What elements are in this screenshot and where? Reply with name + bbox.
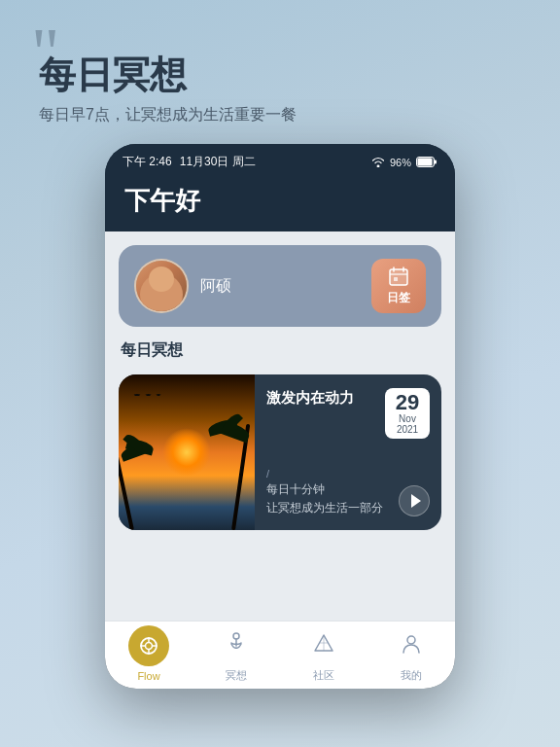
section-header-daily: 每日冥想 <box>119 340 441 361</box>
hero-title: 每日冥想 <box>39 51 187 100</box>
diary-button[interactable]: 日签 <box>371 259 426 313</box>
date-year: 2021 <box>389 424 426 435</box>
tab-community-icon-wrap <box>303 623 344 664</box>
tab-profile-icon-wrap <box>391 623 432 664</box>
tab-flow-label: Flow <box>137 670 159 682</box>
svg-rect-7 <box>394 277 398 281</box>
tab-community[interactable]: 社区 <box>280 623 368 683</box>
diary-label: 日签 <box>387 290 410 306</box>
hero-subtitle: 每日早7点，让冥想成为生活重要一餐 <box>39 105 297 125</box>
desc-line3: 让冥想成为生活一部分 <box>266 500 383 516</box>
avatar-image <box>136 261 187 311</box>
date-box: 29 Nov 2021 <box>385 388 430 439</box>
greeting-text: 下午好 <box>105 176 455 231</box>
tab-meditate-icon-wrap <box>216 623 257 664</box>
main-content: 阿硕 日签 每日冥想 <box>105 231 455 621</box>
profile-icon <box>399 631 424 657</box>
user-card: 阿硕 日签 <box>119 245 441 327</box>
svg-point-17 <box>407 636 415 644</box>
meditation-top: 激发内在动力 29 Nov 2021 <box>266 388 430 439</box>
svg-point-9 <box>146 642 153 649</box>
play-button[interactable] <box>399 485 430 516</box>
meditation-card[interactable]: 激发内在动力 29 Nov 2021 / 每日十分钟 让冥想成为生活一部分 <box>119 374 441 530</box>
svg-rect-1 <box>418 159 433 166</box>
date-month: Nov <box>389 413 426 424</box>
tab-community-label: 社区 <box>313 668 334 683</box>
meditation-info: 激发内在动力 29 Nov 2021 / 每日十分钟 让冥想成为生活一部分 <box>255 374 441 530</box>
date-day: 29 <box>389 392 426 413</box>
tab-flow[interactable]: Flow <box>105 625 192 682</box>
svg-rect-2 <box>435 160 438 164</box>
battery-icon <box>416 157 438 167</box>
meditate-icon <box>224 631 249 657</box>
tab-profile-label: 我的 <box>401 668 422 683</box>
avatar <box>134 259 189 313</box>
diary-icon <box>388 266 409 287</box>
meditation-desc: / 每日十分钟 让冥想成为生活一部分 <box>266 468 383 516</box>
battery-label: 96% <box>390 157 411 168</box>
phone-mockup: 下午 2:46 11月30日 周二 96% 下午好 <box>105 144 455 689</box>
wifi-icon <box>371 157 385 167</box>
play-triangle-icon <box>411 494 421 508</box>
meditation-bottom: / 每日十分钟 让冥想成为生活一部分 <box>266 468 430 516</box>
status-date: 11月30日 周二 <box>180 154 256 170</box>
tab-flow-circle <box>128 625 169 666</box>
tab-meditate-label: 冥想 <box>226 668 247 683</box>
status-bar: 下午 2:46 11月30日 周二 96% <box>105 144 455 176</box>
status-time: 下午 2:46 <box>122 154 172 170</box>
user-info: 阿硕 <box>134 259 231 313</box>
flow-icon <box>138 635 159 657</box>
tab-flow-icon-wrap <box>128 625 169 666</box>
tab-profile[interactable]: 我的 <box>368 623 455 683</box>
meditation-image <box>119 374 255 530</box>
community-icon <box>311 631 336 657</box>
svg-point-14 <box>233 633 239 639</box>
user-name: 阿硕 <box>200 276 231 297</box>
svg-rect-3 <box>390 269 407 285</box>
status-icons: 96% <box>371 157 438 168</box>
desc-line2: 每日十分钟 <box>266 481 383 498</box>
tab-bar: Flow 冥想 <box>105 621 455 689</box>
meditation-title: 激发内在动力 <box>266 388 354 408</box>
tab-meditate[interactable]: 冥想 <box>192 623 280 683</box>
desc-slash: / <box>266 468 383 480</box>
